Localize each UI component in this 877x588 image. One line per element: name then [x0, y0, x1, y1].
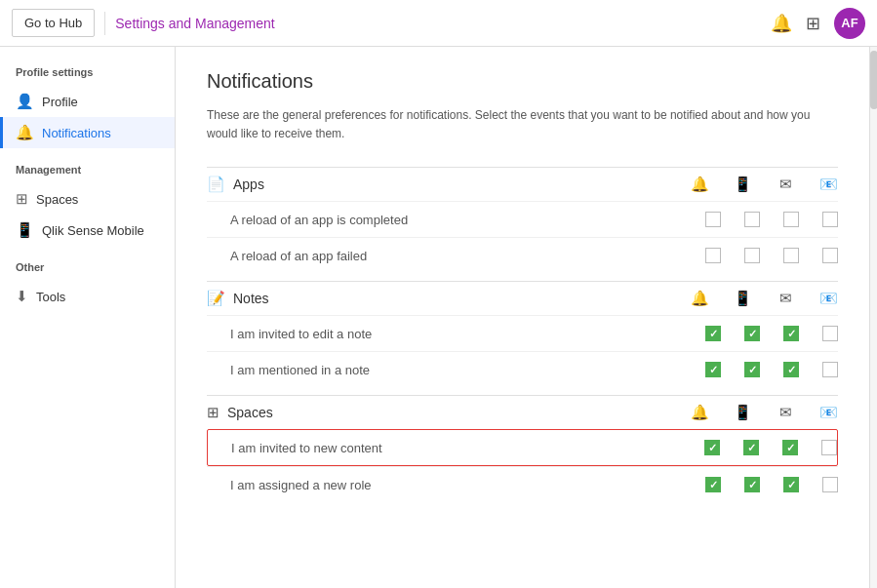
grid-icon[interactable]: ⊞ — [806, 13, 820, 34]
notif-row-apps-0: A reload of an app is completed — [207, 201, 838, 237]
sidebar-item-profile[interactable]: 👤 Profile — [0, 86, 175, 117]
column-icons: 🔔📱✉📧 — [690, 176, 838, 193]
section-header-apps: 📄Apps🔔📱✉📧 — [207, 167, 838, 201]
checkbox-notes-0-0[interactable] — [705, 326, 721, 341]
checkbox-apps-1-1[interactable] — [744, 248, 760, 263]
main-content: Notifications These are the general pref… — [176, 47, 869, 588]
checkbox-notes-1-0[interactable] — [705, 362, 721, 377]
envelope-col-icon: 📧 — [818, 404, 838, 421]
checkbox-notes-1-1[interactable] — [744, 362, 760, 377]
sidebar-item-label: Tools — [36, 290, 65, 304]
other-label: Other — [0, 261, 175, 281]
notif-row-label-notes-1: I am mentioned in a note — [230, 363, 705, 377]
description: These are the general preferences for no… — [207, 106, 838, 143]
sidebar-item-label: Spaces — [36, 192, 78, 207]
profile-settings-label: Profile settings — [0, 66, 175, 86]
checkbox-spaces-1-0[interactable] — [705, 477, 721, 492]
notif-checkboxes-apps-1 — [705, 248, 838, 263]
bell-icon: 🔔 — [16, 124, 34, 141]
notif-row-label-apps-1: A reload of an app failed — [230, 249, 705, 263]
envelope-col-icon: 📧 — [818, 290, 838, 307]
checkbox-notes-0-3[interactable] — [822, 326, 838, 341]
checkbox-notes-0-1[interactable] — [744, 326, 760, 341]
column-icons: 🔔📱✉📧 — [690, 404, 838, 421]
section-name-spaces: Spaces — [227, 405, 690, 420]
section-icon-apps: 📄 — [207, 176, 225, 193]
notif-row-spaces-1: I am assigned a new role — [207, 466, 838, 502]
notif-row-label-notes-0: I am invited to edit a note — [230, 327, 705, 341]
page-scrollbar — [869, 47, 877, 588]
download-icon: ⬇ — [16, 288, 28, 305]
checkbox-spaces-0-2[interactable] — [782, 440, 798, 455]
avatar[interactable]: AF — [834, 8, 865, 39]
bell-col-icon: 🔔 — [690, 290, 709, 307]
checkbox-spaces-0-1[interactable] — [743, 440, 759, 455]
section-notes: 📝Notes🔔📱✉📧I am invited to edit a noteI a… — [207, 281, 838, 387]
checkbox-apps-0-3[interactable] — [822, 212, 838, 227]
email-col-icon: ✉ — [776, 176, 795, 193]
mobile-icon: 📱 — [16, 221, 34, 239]
section-name-apps: Apps — [233, 176, 690, 192]
sections-container: 📄Apps🔔📱✉📧A reload of an app is completed… — [207, 167, 838, 502]
layout: Profile settings 👤 Profile 🔔 Notificatio… — [0, 47, 877, 588]
checkbox-spaces-0-3[interactable] — [821, 440, 837, 455]
section-icon-notes: 📝 — [207, 290, 225, 307]
scrollbar-thumb — [870, 51, 877, 109]
checkbox-spaces-1-3[interactable] — [822, 477, 838, 492]
sidebar-item-tools[interactable]: ⬇ Tools — [0, 281, 175, 312]
bell-col-icon: 🔔 — [690, 176, 709, 193]
header-title-colored: Management — [195, 16, 275, 31]
checkbox-apps-0-1[interactable] — [744, 212, 760, 227]
sidebar-item-notifications[interactable]: 🔔 Notifications — [0, 117, 175, 148]
page-title: Notifications — [207, 70, 838, 93]
header-separator — [104, 12, 105, 35]
checkbox-notes-0-2[interactable] — [783, 326, 799, 341]
notif-checkboxes-notes-0 — [705, 326, 838, 341]
sidebar: Profile settings 👤 Profile 🔔 Notificatio… — [0, 47, 176, 588]
section-header-notes: 📝Notes🔔📱✉📧 — [207, 281, 838, 315]
mobile-col-icon: 📱 — [733, 404, 752, 421]
checkbox-apps-0-0[interactable] — [705, 212, 721, 227]
grid-icon: ⊞ — [16, 190, 28, 208]
notif-checkboxes-apps-0 — [705, 212, 838, 227]
notification-icon[interactable]: 🔔 — [771, 13, 792, 34]
section-apps: 📄Apps🔔📱✉📧A reload of an app is completed… — [207, 167, 838, 273]
notif-row-spaces-0: I am invited to new content — [207, 429, 838, 466]
section-header-spaces: ⊞Spaces🔔📱✉📧 — [207, 395, 838, 429]
person-icon: 👤 — [16, 93, 34, 110]
checkbox-apps-1-0[interactable] — [705, 248, 721, 263]
sidebar-item-qlik-sense-mobile[interactable]: 📱 Qlik Sense Mobile — [0, 215, 175, 246]
bell-col-icon: 🔔 — [690, 404, 709, 421]
header-title: Settings and Management — [115, 16, 274, 31]
sidebar-item-spaces[interactable]: ⊞ Spaces — [0, 183, 175, 215]
checkbox-apps-1-2[interactable] — [783, 248, 799, 263]
notif-checkboxes-notes-1 — [705, 362, 838, 377]
mobile-col-icon: 📱 — [733, 290, 752, 307]
checkbox-spaces-1-1[interactable] — [744, 477, 760, 492]
notif-row-apps-1: A reload of an app failed — [207, 237, 838, 273]
sidebar-item-label: Notifications — [42, 126, 111, 140]
notif-checkboxes-spaces-0 — [704, 440, 837, 455]
column-icons: 🔔📱✉📧 — [690, 290, 838, 307]
checkbox-spaces-0-0[interactable] — [704, 440, 720, 455]
header-icons: 🔔 ⊞ AF — [771, 8, 865, 39]
header: Go to Hub Settings and Management 🔔 ⊞ AF — [0, 0, 877, 47]
notif-checkboxes-spaces-1 — [705, 477, 838, 492]
checkbox-apps-0-2[interactable] — [783, 212, 799, 227]
section-name-notes: Notes — [233, 291, 690, 306]
section-spaces: ⊞Spaces🔔📱✉📧I am invited to new contentI … — [207, 395, 838, 502]
email-col-icon: ✉ — [776, 290, 795, 307]
description-text: These are the general preferences for no… — [207, 108, 810, 140]
checkbox-notes-1-3[interactable] — [822, 362, 838, 377]
email-col-icon: ✉ — [776, 404, 795, 421]
management-label: Management — [0, 164, 175, 183]
checkbox-notes-1-2[interactable] — [783, 362, 799, 377]
notif-row-notes-0: I am invited to edit a note — [207, 315, 838, 351]
checkbox-spaces-1-2[interactable] — [783, 477, 799, 492]
go-to-hub-button[interactable]: Go to Hub — [12, 9, 95, 37]
mobile-col-icon: 📱 — [733, 176, 752, 193]
header-title-plain: Settings and — [115, 16, 195, 31]
sidebar-item-label: Profile — [42, 95, 78, 109]
checkbox-apps-1-3[interactable] — [822, 248, 838, 263]
notif-row-label-spaces-0: I am invited to new content — [231, 441, 704, 455]
